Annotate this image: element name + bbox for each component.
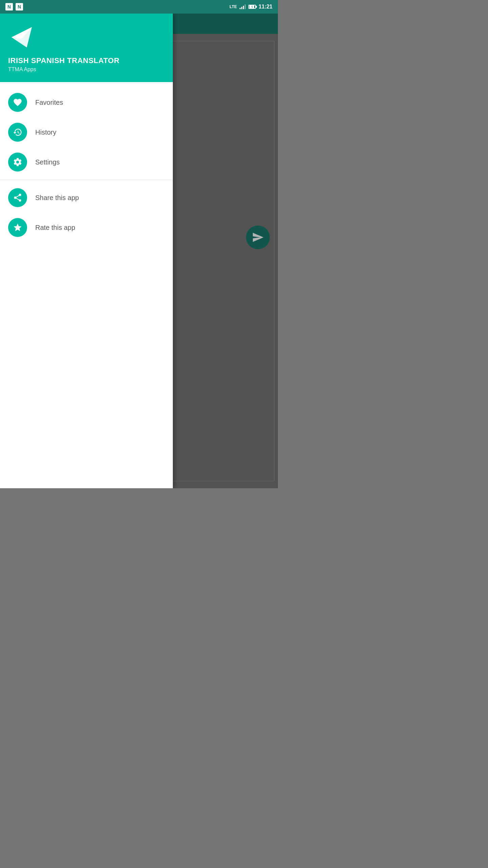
heart-icon bbox=[13, 98, 22, 107]
history-label: History bbox=[35, 129, 56, 136]
menu-item-history[interactable]: History bbox=[0, 117, 173, 147]
translate-button[interactable] bbox=[246, 225, 270, 249]
settings-icon-circle bbox=[8, 153, 27, 172]
status-bar: N N LTE 11:21 bbox=[0, 0, 278, 14]
app-title: IRISH SPANISH TRANSLATOR bbox=[8, 56, 165, 65]
share-icon bbox=[13, 193, 22, 202]
send-icon bbox=[252, 231, 264, 243]
settings-label: Settings bbox=[35, 158, 60, 166]
drawer-header: IRISH SPANISH TRANSLATOR TTMA Apps bbox=[0, 14, 173, 82]
star-icon bbox=[13, 223, 22, 232]
history-icon-circle bbox=[8, 123, 27, 142]
rate-label: Rate this app bbox=[35, 224, 75, 232]
menu-item-favorites[interactable]: Favorites bbox=[0, 87, 173, 117]
menu-item-settings[interactable]: Settings bbox=[0, 147, 173, 177]
favorites-label: Favorites bbox=[35, 99, 63, 106]
notification-icon-1: N bbox=[5, 3, 13, 11]
clock-icon bbox=[13, 127, 22, 137]
app-logo-icon bbox=[8, 24, 35, 51]
rate-icon-circle bbox=[8, 218, 27, 237]
share-label: Share this app bbox=[35, 194, 79, 202]
menu-item-share[interactable]: Share this app bbox=[0, 183, 173, 213]
drawer: IRISH SPANISH TRANSLATOR TTMA Apps Favor… bbox=[0, 14, 173, 488]
signal-icon bbox=[240, 4, 246, 9]
time-display: 11:21 bbox=[259, 4, 272, 10]
main-container: SPANISH IRISH SPANISH TRANSLATOR TTMA Ap bbox=[0, 14, 278, 488]
notification-icon-2: N bbox=[16, 3, 23, 11]
favorites-icon-circle bbox=[8, 93, 27, 112]
menu-divider bbox=[0, 180, 173, 180]
status-bar-right: LTE 11:21 bbox=[229, 4, 272, 10]
share-icon-circle bbox=[8, 188, 27, 207]
lte-indicator: LTE bbox=[229, 4, 237, 9]
status-bar-left: N N bbox=[5, 3, 23, 11]
menu-item-rate[interactable]: Rate this app bbox=[0, 213, 173, 242]
app-subtitle: TTMA Apps bbox=[8, 66, 165, 73]
battery-icon bbox=[248, 5, 256, 9]
svg-marker-0 bbox=[251, 5, 253, 8]
drawer-menu: Favorites History Settings bbox=[0, 82, 173, 488]
gear-icon bbox=[13, 157, 22, 167]
